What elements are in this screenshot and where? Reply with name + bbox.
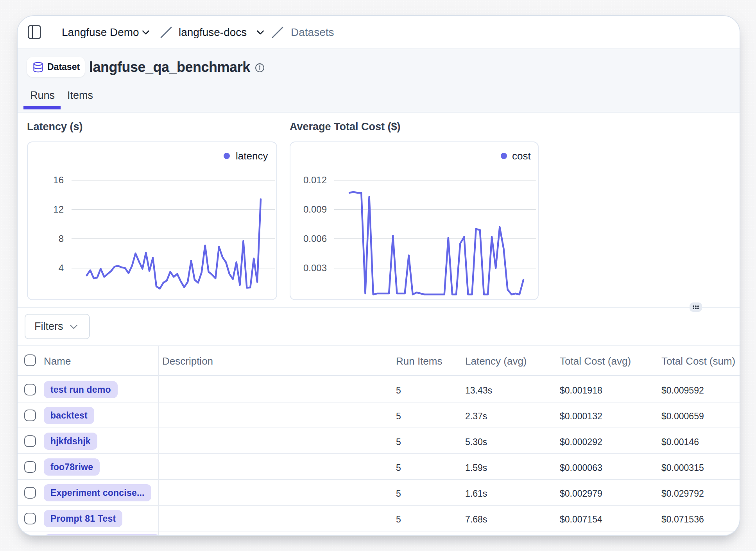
svg-text:latency: latency: [236, 150, 268, 162]
svg-text:cost: cost: [512, 150, 531, 162]
svg-text:12: 12: [53, 204, 64, 215]
svg-text:0.003: 0.003: [303, 263, 327, 273]
svg-text:0.012: 0.012: [303, 175, 327, 185]
svg-text:4: 4: [59, 263, 64, 273]
svg-text:0.009: 0.009: [303, 204, 327, 215]
svg-text:8: 8: [59, 233, 64, 244]
svg-text:16: 16: [53, 175, 64, 185]
svg-text:0.006: 0.006: [303, 233, 327, 244]
